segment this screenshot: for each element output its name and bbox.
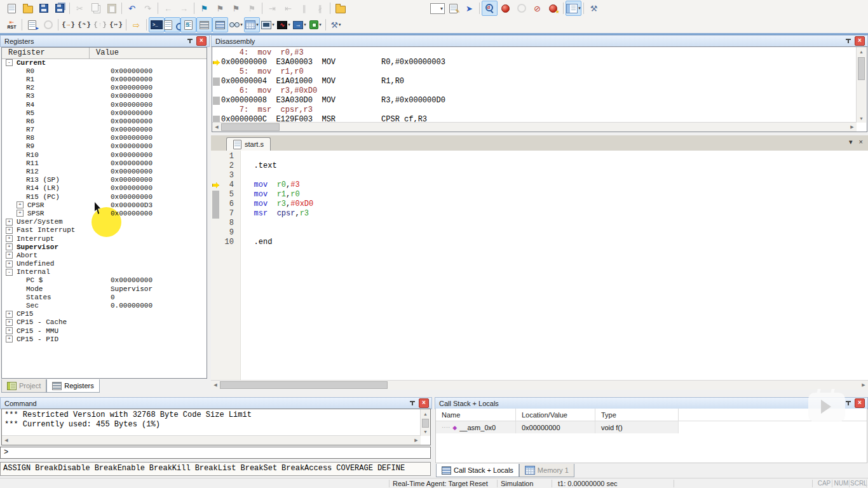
scroll-left-icon[interactable]: ◀ xyxy=(212,125,221,130)
command-input[interactable]: > xyxy=(0,447,431,459)
register-row[interactable]: Sec0.00000000 xyxy=(2,301,207,309)
register-row[interactable]: +CP15 - Cache xyxy=(2,318,207,327)
system-viewer-button[interactable]: ▾ xyxy=(308,17,323,32)
pin-icon[interactable] xyxy=(845,38,851,44)
step-button[interactable]: {→} xyxy=(60,17,76,32)
kill-all-breakpoints-button[interactable]: ★ xyxy=(545,1,561,16)
reset-button[interactable]: ⇤RST xyxy=(4,17,20,32)
register-row[interactable]: R110x00000000 xyxy=(2,159,207,167)
copy-button[interactable] xyxy=(88,1,104,16)
disassembly-line[interactable]: 0x00000000 E3A00003 MOV R0,#0x00000003 xyxy=(212,58,857,67)
analysis-window-button[interactable]: ∿▾ xyxy=(276,17,292,32)
tree-expander-icon[interactable]: - xyxy=(6,269,13,276)
register-row[interactable]: R13 (SP)0x00000000 xyxy=(2,176,207,184)
stop-button[interactable] xyxy=(40,17,56,32)
register-row[interactable]: -Current xyxy=(2,58,207,67)
disassembly-line[interactable]: 0x00000004 E1A01000 MOV R1,R0 xyxy=(212,77,857,86)
dropdown-caret-icon[interactable]: ▾ xyxy=(339,22,341,27)
register-row[interactable]: +CP15 - PID xyxy=(2,335,207,343)
register-row[interactable]: R40x00000000 xyxy=(2,100,207,109)
new-file-button[interactable] xyxy=(4,1,20,16)
command-breakenable[interactable]: BreakEnable xyxy=(95,464,145,473)
register-row[interactable]: R14 (LR)0x00000000 xyxy=(2,184,207,193)
editor-line[interactable]: 7 msr cpsr,r3 xyxy=(211,209,868,219)
disassembly-line[interactable]: 6: mov r3,#0xD0 xyxy=(212,86,857,96)
register-row[interactable]: -Internal xyxy=(2,268,207,276)
editor-line[interactable]: 6 mov r3,#0xD0 xyxy=(211,200,868,209)
memory-window-button[interactable]: ▾ xyxy=(244,17,260,32)
insert-breakpoint-button[interactable] xyxy=(498,1,513,16)
tree-expander-icon[interactable]: + xyxy=(6,319,13,326)
redo-button[interactable]: ↷ xyxy=(140,1,156,16)
pin-icon[interactable] xyxy=(409,400,415,407)
run-to-cursor-button[interactable]: {↦} xyxy=(108,17,124,32)
watch-window-button[interactable]: ▾ xyxy=(228,17,244,32)
tree-expander-icon[interactable]: + xyxy=(6,261,13,268)
tree-expander-icon[interactable]: + xyxy=(6,219,13,226)
register-row[interactable]: R100x00000000 xyxy=(2,151,207,159)
register-row[interactable]: +Undefined xyxy=(2,260,207,268)
command-breakset[interactable]: BreakSet xyxy=(240,464,277,473)
tab-start-s[interactable]: start.s xyxy=(226,137,271,151)
register-row[interactable]: +Supervisor xyxy=(2,243,207,251)
dropdown-caret-icon[interactable]: ▾ xyxy=(240,22,243,27)
tree-expander-icon[interactable]: + xyxy=(6,311,13,318)
next-bookmark-button[interactable]: ⚑ xyxy=(212,1,228,16)
enable-breakpoint-button[interactable] xyxy=(513,1,529,16)
register-row[interactable]: R90x00000000 xyxy=(2,142,207,151)
pin-icon[interactable] xyxy=(187,38,193,44)
run-button[interactable]: ▸ xyxy=(24,17,40,32)
dropdown-caret-icon[interactable]: ▾ xyxy=(304,22,306,27)
show-next-statement-button[interactable]: ⇨ xyxy=(128,17,144,32)
code-editor[interactable]: 12 .text34 mov r0,#35 mov r1,r06 mov r3,… xyxy=(211,151,868,381)
disassembly-vscrollbar[interactable]: ▲ ▼ xyxy=(856,47,866,123)
editor-line[interactable]: 1 xyxy=(211,152,868,161)
register-row[interactable]: R70x00000000 xyxy=(2,126,207,134)
register-row[interactable]: +SPSR0x00000000 xyxy=(2,209,207,217)
close-document-icon[interactable]: × xyxy=(859,138,863,146)
tab-memory-1[interactable]: Memory 1 xyxy=(519,464,574,477)
tree-expander-icon[interactable]: - xyxy=(6,59,13,66)
toolbox-button[interactable]: ⚒▾ xyxy=(328,17,344,32)
editor-line[interactable]: 3 xyxy=(211,171,868,180)
navigate-back-button[interactable]: ← xyxy=(160,1,176,16)
editor-line[interactable]: 8 xyxy=(211,219,868,228)
register-row[interactable]: States0 xyxy=(2,293,207,301)
pin-icon[interactable] xyxy=(845,400,851,407)
register-row[interactable]: R30x00000000 xyxy=(2,92,207,100)
command-coverage[interactable]: COVERAGE xyxy=(336,464,373,473)
scope-combo[interactable] xyxy=(430,1,445,16)
close-icon[interactable]: × xyxy=(855,36,865,46)
tree-expander-icon[interactable]: + xyxy=(17,201,24,208)
disassembly-line[interactable]: 4: mov r0,#3 xyxy=(212,48,857,58)
prev-bookmark-button[interactable]: ⚑ xyxy=(228,1,244,16)
tab-project[interactable]: Project xyxy=(1,379,46,393)
tree-expander-icon[interactable]: + xyxy=(17,210,24,217)
scroll-right-icon[interactable]: ▶ xyxy=(859,383,868,388)
dropdown-caret-icon[interactable]: ▾ xyxy=(578,6,581,11)
disassembly-window-button[interactable] xyxy=(165,17,180,32)
command-window-button[interactable]: >_ xyxy=(149,17,165,32)
uncomment-button[interactable]: ∦ xyxy=(312,1,328,16)
insert-bookmark-button[interactable]: ⚑ xyxy=(196,1,212,16)
register-row[interactable]: ModeSupervisor xyxy=(2,285,207,293)
command-breakdisable[interactable]: BreakDisable xyxy=(35,464,90,473)
command-breakaccess[interactable]: BreakAccess xyxy=(281,464,332,473)
close-icon[interactable]: × xyxy=(419,398,429,408)
tree-expander-icon[interactable]: + xyxy=(6,336,13,342)
register-row[interactable]: R60x00000000 xyxy=(2,117,207,125)
symbol-window-button[interactable]: S xyxy=(180,17,196,32)
disassembly-line[interactable]: 0x00000008 E3A030D0 MOV R3,#0x000000D0 xyxy=(212,96,857,105)
editor-line[interactable]: 9 xyxy=(211,228,868,238)
editor-hscrollbar[interactable]: ◀ ▶ xyxy=(211,380,868,390)
register-row[interactable]: R00x00000000 xyxy=(2,67,207,75)
tab-list-dropdown-icon[interactable]: ▾ xyxy=(849,138,853,146)
scrollbar-thumb[interactable] xyxy=(220,381,388,389)
cut-button[interactable]: ✂ xyxy=(72,1,88,16)
tab-registers[interactable]: Registers xyxy=(46,379,99,393)
scrollbar-thumb[interactable] xyxy=(422,419,429,428)
command-vscrollbar[interactable]: ▲ ▼ xyxy=(420,409,430,436)
disassembly-view[interactable]: 4: mov r0,#30x00000000 E3A00003 MOV R0,#… xyxy=(212,46,867,132)
step-out-button[interactable]: {↑} xyxy=(92,17,108,32)
save-all-button[interactable] xyxy=(51,1,67,16)
